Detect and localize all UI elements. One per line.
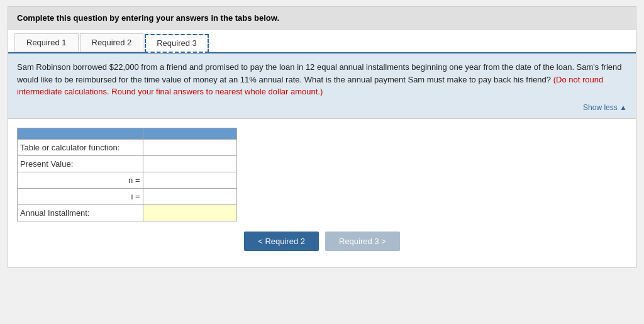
table-row: n =: [18, 172, 237, 188]
row-label-pv: Present Value:: [18, 155, 143, 172]
table-header-col2: [143, 128, 236, 139]
row-label-annual: Annual Installment:: [18, 204, 143, 221]
table-row: Table or calculator function:: [18, 139, 237, 155]
table-row: Present Value:: [18, 155, 237, 172]
input-i[interactable]: [143, 189, 236, 204]
prev-button[interactable]: < Required 2: [244, 232, 319, 251]
tab-required1[interactable]: Required 1: [14, 33, 79, 52]
row-label-n: n =: [18, 172, 143, 188]
input-pv[interactable]: [143, 156, 236, 172]
calculator-table: Table or calculator function: Present Va…: [17, 128, 237, 221]
content-area: Table or calculator function: Present Va…: [8, 119, 636, 267]
tab-required2[interactable]: Required 2: [80, 33, 144, 52]
header-bar: Complete this question by entering your …: [8, 7, 636, 30]
tabs-row: Required 1 Required 2 Required 3: [8, 30, 636, 53]
table-header-col1: [18, 128, 143, 139]
question-area: Sam Robinson borrowed $22,000 from a fri…: [8, 53, 636, 119]
table-row: Annual Installment:: [18, 204, 237, 221]
row-input-n[interactable]: [143, 172, 236, 188]
nav-buttons: < Required 2 Required 3 >: [17, 232, 627, 261]
row-input-function[interactable]: [143, 139, 236, 155]
next-button[interactable]: Required 3 >: [325, 232, 400, 251]
main-container: Complete this question by entering your …: [8, 6, 636, 268]
input-annual[interactable]: [143, 205, 236, 221]
row-input-annual[interactable]: [143, 204, 236, 221]
tab-required3[interactable]: Required 3: [145, 34, 209, 53]
question-text-normal: Sam Robinson borrowed $22,000 from a fri…: [17, 62, 621, 84]
row-label-i: i =: [18, 188, 143, 204]
show-less-button[interactable]: Show less: [17, 102, 627, 113]
row-input-pv[interactable]: [143, 155, 236, 172]
row-label-function: Table or calculator function:: [18, 139, 143, 155]
header-instruction: Complete this question by entering your …: [17, 13, 279, 23]
input-function[interactable]: [143, 140, 236, 155]
table-row: i =: [18, 188, 237, 204]
input-n[interactable]: [143, 172, 236, 188]
row-input-i[interactable]: [143, 188, 236, 204]
